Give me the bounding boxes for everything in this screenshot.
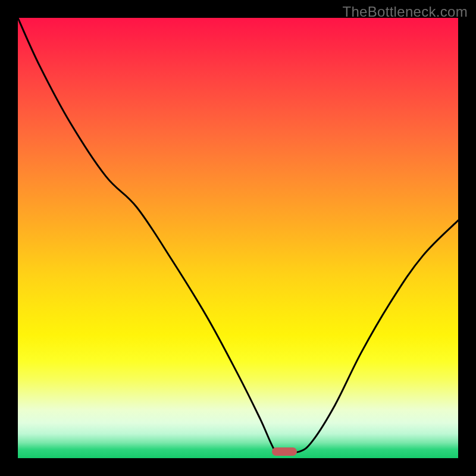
optimum-marker: [272, 447, 297, 456]
chart-frame: TheBottleneck.com: [0, 0, 476, 476]
plot-area: [18, 18, 458, 458]
bottleneck-curve: [18, 18, 458, 458]
